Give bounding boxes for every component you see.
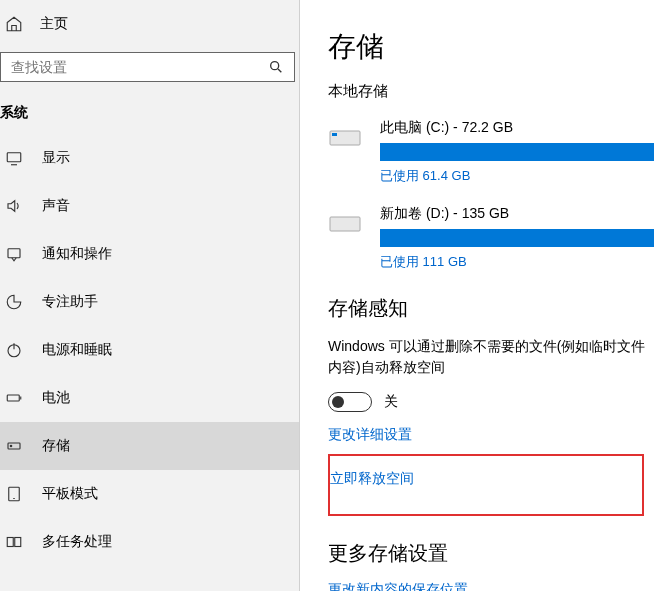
sidebar-item-label: 显示: [42, 149, 70, 167]
multitask-icon: [4, 532, 24, 552]
sidebar-item-sound[interactable]: 声音: [0, 182, 299, 230]
battery-icon: [4, 388, 24, 408]
svg-rect-4: [8, 249, 20, 258]
drive-name: 新加卷 (D:) - 135 GB: [380, 205, 654, 223]
svg-rect-14: [15, 538, 21, 547]
section-title: 系统: [0, 100, 299, 134]
sidebar-item-label: 存储: [42, 437, 70, 455]
tablet-icon: [4, 484, 24, 504]
storage-icon: [4, 436, 24, 456]
sidebar-item-label: 通知和操作: [42, 245, 112, 263]
sidebar-item-storage[interactable]: 存储: [0, 422, 299, 470]
sidebar-item-notifications[interactable]: 通知和操作: [0, 230, 299, 278]
toggle-knob: [332, 396, 344, 408]
focus-icon: [4, 292, 24, 312]
search-box[interactable]: [0, 52, 295, 82]
search-icon: [268, 59, 284, 75]
svg-point-0: [271, 62, 279, 70]
drive-used-label: 已使用 61.4 GB: [380, 167, 654, 185]
power-icon: [4, 340, 24, 360]
storage-sense-description: Windows 可以通过删除不需要的文件(例如临时文件内容)自动释放空间: [328, 336, 654, 378]
svg-rect-17: [330, 217, 360, 231]
svg-point-10: [10, 445, 12, 447]
home-nav[interactable]: 主页: [0, 0, 299, 48]
sidebar-item-multitask[interactable]: 多任务处理: [0, 518, 299, 566]
sidebar-item-label: 电源和睡眠: [42, 341, 112, 359]
svg-line-1: [278, 69, 281, 72]
local-storage-heading: 本地存储: [328, 82, 654, 101]
sidebar-item-label: 多任务处理: [42, 533, 112, 551]
sidebar-item-display[interactable]: 显示: [0, 134, 299, 182]
sidebar-item-power[interactable]: 电源和睡眠: [0, 326, 299, 374]
drive-icon: [328, 123, 364, 151]
change-settings-link[interactable]: 更改详细设置: [328, 426, 654, 444]
sidebar-item-tablet[interactable]: 平板模式: [0, 470, 299, 518]
search-input[interactable]: [11, 59, 268, 75]
drive-name: 此电脑 (C:) - 72.2 GB: [380, 119, 654, 137]
svg-rect-2: [7, 153, 21, 162]
svg-rect-7: [7, 395, 19, 401]
svg-rect-13: [7, 538, 13, 547]
drive-usage-bar: [380, 229, 654, 247]
storage-sense-toggle[interactable]: [328, 392, 372, 412]
drive-used-label: 已使用 111 GB: [380, 253, 654, 271]
home-icon: [4, 14, 24, 34]
more-storage-heading: 更多存储设置: [328, 540, 654, 567]
drive-row[interactable]: 此电脑 (C:) - 72.2 GB 已使用 61.4 GB: [328, 119, 654, 185]
home-label: 主页: [40, 15, 68, 33]
storage-sense-heading: 存储感知: [328, 295, 654, 322]
free-space-now-link[interactable]: 立即释放空间: [330, 470, 642, 488]
highlight-annotation: 立即释放空间: [328, 454, 644, 516]
page-title: 存储: [328, 28, 654, 66]
drive-row[interactable]: 新加卷 (D:) - 135 GB 已使用 111 GB: [328, 205, 654, 271]
sidebar-item-battery[interactable]: 电池: [0, 374, 299, 422]
change-save-location-link[interactable]: 更改新内容的保存位置: [328, 581, 654, 591]
svg-rect-16: [332, 133, 337, 136]
sidebar-item-label: 声音: [42, 197, 70, 215]
sidebar-item-label: 专注助手: [42, 293, 98, 311]
toggle-state-label: 关: [384, 393, 398, 411]
display-icon: [4, 148, 24, 168]
notification-icon: [4, 244, 24, 264]
sidebar-item-focus[interactable]: 专注助手: [0, 278, 299, 326]
sidebar-item-label: 平板模式: [42, 485, 98, 503]
sound-icon: [4, 196, 24, 216]
drive-usage-bar: [380, 143, 654, 161]
sidebar-item-label: 电池: [42, 389, 70, 407]
drive-icon: [328, 209, 364, 237]
